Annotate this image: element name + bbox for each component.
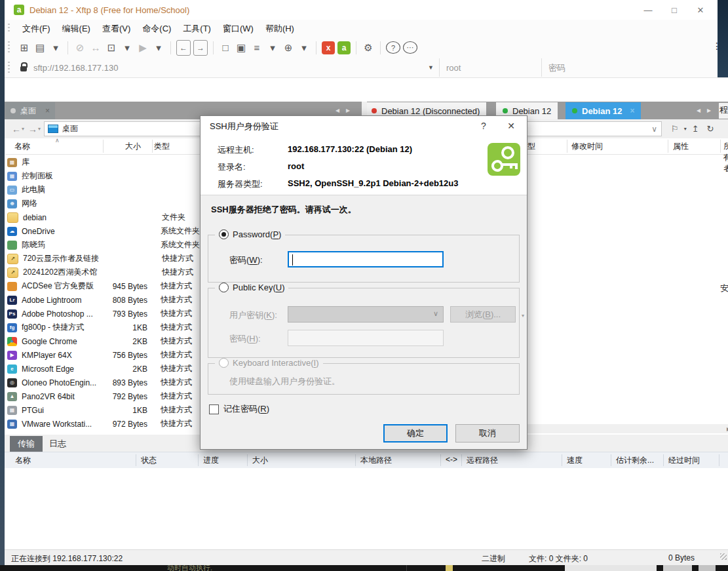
- menu-item-f[interactable]: 文件(F): [16, 20, 56, 37]
- back-icon[interactable]: ←: [176, 40, 191, 56]
- bookmark-icon[interactable]: ⚐: [671, 124, 679, 134]
- username-field[interactable]: [439, 58, 541, 77]
- dropdown-caret-icon[interactable]: ▾: [49, 41, 62, 55]
- dialog-help-button[interactable]: ?: [470, 116, 497, 136]
- radio-selected-icon[interactable]: [219, 229, 229, 239]
- encoding-globe-icon[interactable]: ⊕: [282, 41, 295, 55]
- file-name: 此电脑: [22, 184, 102, 195]
- nav-back-caret-icon[interactable]: ▾: [22, 126, 24, 132]
- column-size[interactable]: 大小: [102, 141, 141, 152]
- xftp-icon[interactable]: a: [337, 41, 351, 54]
- close-button[interactable]: ✕: [687, 1, 714, 18]
- maximize-button[interactable]: □: [661, 1, 687, 18]
- menu-item-e[interactable]: 编辑(E): [56, 20, 96, 37]
- menu-item-v[interactable]: 查看(V): [96, 20, 136, 37]
- tab-close-icon[interactable]: ×: [630, 106, 634, 115]
- transfer-column-6[interactable]: 远程路径: [467, 455, 498, 466]
- transfer-column-9[interactable]: 经过时间: [668, 455, 700, 466]
- feedback-icon[interactable]: ⋯: [403, 41, 417, 54]
- transfer-column-8[interactable]: 估计剩余...: [616, 455, 654, 466]
- browse-caret-icon[interactable]: ▾: [522, 313, 524, 319]
- userkey-combo[interactable]: ∨: [288, 306, 444, 323]
- dialog-close-button[interactable]: ✕: [498, 116, 524, 136]
- minimize-button[interactable]: —: [635, 1, 661, 18]
- dropdown-caret-icon[interactable]: ▾: [297, 41, 311, 55]
- dropdown-caret-icon[interactable]: ▾: [152, 41, 165, 55]
- title-bar[interactable]: a Debian 12 - Xftp 8 (Free for Home/Scho…: [5, 0, 728, 20]
- password-radio[interactable]: Password(P): [215, 229, 285, 239]
- keyboard-interactive-radio[interactable]: Keyboard Interactive(I): [215, 358, 323, 368]
- open-folder-icon[interactable]: ▤: [33, 41, 47, 55]
- xshell-icon[interactable]: x: [322, 41, 335, 54]
- session-properties-icon[interactable]: ⊡: [105, 41, 118, 55]
- tab-close-icon[interactable]: ×: [45, 106, 50, 115]
- radio-unselected-icon[interactable]: [219, 283, 229, 292]
- menu-item-h[interactable]: 帮助(H): [259, 20, 300, 37]
- dropdown-caret-icon[interactable]: ▾: [266, 41, 279, 55]
- remote-path-chevron-icon[interactable]: ∨: [651, 125, 657, 134]
- vmware-icon: ▦: [7, 420, 17, 429]
- settings-gear-icon[interactable]: ⚙: [362, 41, 375, 55]
- ok-button[interactable]: 确定: [383, 424, 448, 443]
- help-icon[interactable]: ?: [386, 41, 400, 54]
- right-tab-scroll[interactable]: ◂▸: [697, 106, 718, 115]
- file-name: 20241202西湖美术馆: [23, 267, 103, 278]
- tab-desktop[interactable]: 桌面 ×: [5, 102, 55, 119]
- nav-back-icon[interactable]: ←: [12, 124, 21, 134]
- column-type[interactable]: 类型: [141, 141, 170, 152]
- transfer-tab-transfers[interactable]: 传输: [10, 436, 43, 452]
- up-folder-icon[interactable]: ↥: [692, 124, 699, 134]
- transfer-column-5[interactable]: <->: [446, 455, 457, 464]
- menu-item-w[interactable]: 窗口(W): [217, 20, 259, 37]
- checkbox-icon[interactable]: [209, 404, 219, 414]
- forward-icon[interactable]: →: [193, 40, 208, 56]
- transfer-column-4[interactable]: 本地路径: [360, 455, 392, 466]
- transfer-tab-log[interactable]: 日志: [41, 436, 74, 452]
- transfer-column-2[interactable]: 进度: [203, 455, 219, 466]
- column-name[interactable]: 名称: [5, 141, 102, 152]
- remember-password-checkbox[interactable]: 记住密码(R): [209, 403, 269, 415]
- transfer-column-7[interactable]: 速度: [567, 455, 583, 466]
- xftp-app-icon: a: [14, 5, 24, 15]
- duplicate-icon[interactable]: ▣: [235, 41, 248, 55]
- tab-remote-2[interactable]: Debian 12×: [565, 102, 641, 119]
- nav-forward-icon[interactable]: →: [28, 124, 37, 134]
- ssh-auth-dialog: SSH用户身份验证 ? ✕ 远程主机: 192.168.177.130:22 (…: [200, 115, 527, 450]
- file-type: 快捷方式: [154, 377, 192, 388]
- new-session-icon[interactable]: ⊞: [18, 41, 31, 55]
- menu-item-c[interactable]: 命令(C): [136, 20, 177, 37]
- browse-button[interactable]: 浏览(B)... ▾: [450, 306, 516, 323]
- transfer-column-3[interactable]: 大小: [252, 455, 268, 466]
- address-bar: ▼: [5, 58, 728, 78]
- status-transfer-mode[interactable]: 二进制: [482, 553, 505, 564]
- column-attributes[interactable]: 属性: [673, 141, 689, 152]
- file-type: 快捷方式: [155, 253, 193, 264]
- column-modified[interactable]: 修改时间: [571, 141, 603, 152]
- resize-grip[interactable]: [720, 553, 727, 560]
- column-separator: [198, 454, 199, 466]
- column-separator: [136, 454, 136, 466]
- list-view-icon[interactable]: ≡: [250, 41, 263, 55]
- cloud-icon: ☁: [7, 227, 17, 236]
- copy-icon[interactable]: □: [219, 41, 232, 55]
- password2-input[interactable]: [288, 330, 444, 346]
- bookmark-caret-icon[interactable]: ▾: [684, 126, 687, 132]
- publickey-radio[interactable]: Public Key(U): [215, 283, 288, 292]
- refresh-icon[interactable]: ↻: [707, 124, 714, 134]
- password-input[interactable]: [288, 251, 444, 267]
- column-owner-clipped[interactable]: 所有者: [723, 141, 728, 174]
- address-url-input[interactable]: [32, 62, 428, 73]
- transfer-column-0[interactable]: 名称: [15, 455, 31, 466]
- file-type: 系统文件夹: [154, 239, 200, 250]
- user-icon: [7, 241, 17, 250]
- file-type: 快捷方式: [154, 322, 192, 333]
- file-name: Google Chrome: [22, 337, 102, 346]
- transfer-column-1[interactable]: 状态: [141, 455, 157, 466]
- password-field[interactable]: [541, 58, 643, 77]
- left-tab-scroll[interactable]: ◂▸: [335, 106, 356, 115]
- cancel-button[interactable]: 取消: [455, 424, 520, 443]
- nav-forward-caret-icon[interactable]: ▾: [38, 126, 41, 132]
- dropdown-caret-icon[interactable]: ▾: [121, 41, 134, 55]
- menu-item-t[interactable]: 工具(T): [177, 20, 217, 37]
- address-dropdown-icon[interactable]: ▼: [428, 64, 434, 71]
